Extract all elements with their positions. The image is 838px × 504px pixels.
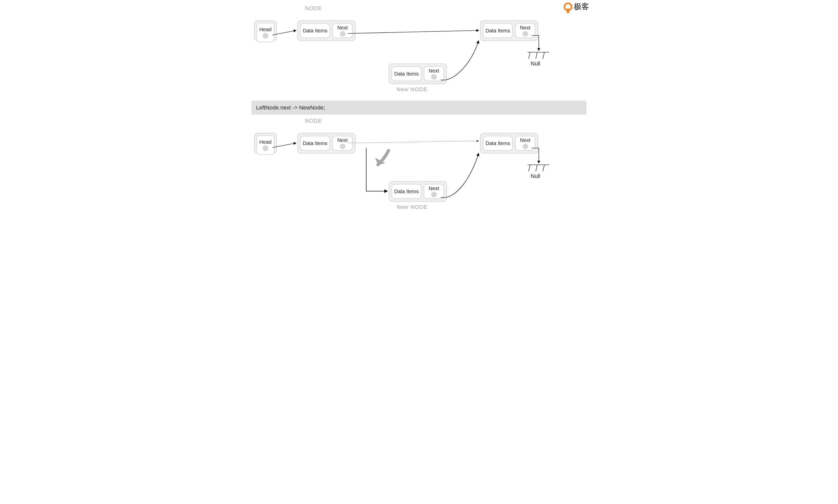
right-node-next-cell: Next [515, 136, 535, 151]
svg-line-3 [529, 52, 530, 59]
svg-line-7 [348, 141, 479, 143]
left-node-data-cell: Data Items [300, 23, 330, 38]
diagram-top: NODE Head Data Items Next Data Items [252, 5, 586, 99]
head-cell: Head [256, 135, 275, 155]
new-node: Data Items Next [389, 181, 447, 202]
arrows-top [252, 5, 586, 99]
pointer-dot-icon [523, 31, 528, 36]
newnode-section-label: New NODE [397, 204, 428, 211]
diagram-bottom: NODE Head Data Items Next Data Items [252, 118, 586, 219]
data-label: Data Items [485, 28, 510, 34]
svg-line-9 [529, 165, 530, 172]
newnode-section-label: New NODE [397, 86, 428, 93]
new-node-next-cell: Next [424, 66, 444, 82]
left-node-next-cell: Next [332, 136, 353, 151]
left-node: Data Items Next [297, 133, 356, 154]
svg-line-4 [536, 52, 537, 59]
data-label: Data Items [394, 71, 419, 77]
svg-line-11 [543, 165, 544, 172]
head-box: Head [254, 20, 277, 41]
node-section-label: NODE [305, 118, 322, 124]
svg-line-1 [348, 31, 479, 34]
pointer-dot-icon [340, 31, 345, 36]
left-node-next-cell: Next [332, 23, 353, 38]
pointer-dot-icon [263, 145, 268, 151]
null-label: Null [531, 60, 540, 67]
head-box: Head [254, 133, 277, 154]
data-label: Data Items [303, 28, 327, 34]
next-label: Next [429, 185, 439, 192]
next-label: Next [520, 25, 530, 31]
new-node-data-cell: Data Items [391, 184, 422, 199]
pointer-dot-icon [340, 144, 345, 149]
next-label: Next [337, 25, 348, 31]
node-section-label: NODE [305, 5, 322, 12]
pointer-dot-icon [431, 192, 437, 197]
new-node-data-cell: Data Items [391, 66, 422, 82]
null-label: Null [531, 173, 540, 180]
head-cell: Head [256, 22, 275, 42]
pointer-dot-icon [263, 33, 268, 38]
right-node-next-cell: Next [515, 23, 535, 38]
data-label: Data Items [394, 188, 419, 195]
next-label: Next [429, 68, 439, 74]
head-label: Head [259, 139, 272, 145]
svg-line-10 [536, 165, 537, 172]
new-node-next-cell: Next [424, 184, 444, 199]
data-label: Data Items [303, 141, 327, 146]
new-node: Data Items Next [389, 64, 447, 84]
right-node-data-cell: Data Items [483, 23, 513, 38]
next-label: Next [520, 138, 530, 143]
right-node: Data Items Next [480, 20, 538, 41]
next-label: Next [337, 138, 348, 143]
code-line: LeftNode.next -> NewNode; [252, 101, 586, 114]
right-node: Data Items Next [480, 133, 538, 154]
data-label: Data Items [485, 141, 510, 146]
svg-line-5 [543, 52, 544, 59]
pointer-dot-icon [523, 144, 528, 149]
left-node-data-cell: Data Items [300, 136, 330, 151]
left-node: Data Items Next [297, 20, 356, 41]
page: 极客 NODE Head Data Items Next Data Items [246, 0, 592, 224]
pointer-dot-icon [431, 74, 437, 79]
right-node-data-cell: Data Items [483, 136, 513, 151]
head-label: Head [259, 26, 272, 33]
